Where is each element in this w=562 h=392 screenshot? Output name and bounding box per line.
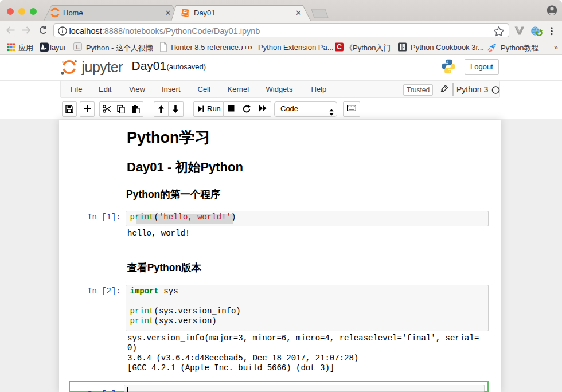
svg-text:C: C [337, 43, 342, 51]
svg-text:LFD: LFD [241, 44, 252, 50]
svg-text:»: » [554, 43, 558, 52]
svg-text:L: L [76, 44, 80, 50]
